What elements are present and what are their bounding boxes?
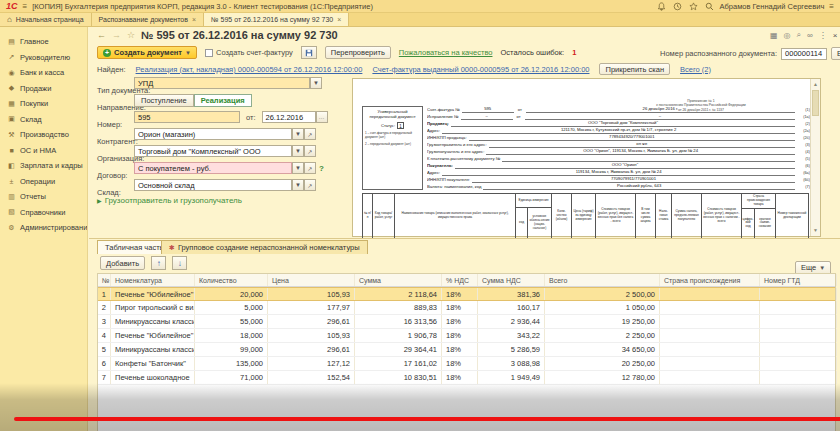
- application-window: 1С ≡ [КОПИЯ] Бухгалтерия предприятия КОР…: [0, 0, 840, 431]
- search-icon[interactable]: [704, 1, 715, 12]
- star-icon[interactable]: ☆: [127, 30, 135, 40]
- sidebar-item-purchases[interactable]: ▦Покупки: [0, 96, 87, 112]
- document-type-input[interactable]: УПД: [134, 77, 310, 89]
- sidebar-item-payroll[interactable]: ◧Зарплата и кадры: [0, 158, 87, 174]
- contract-question-icon[interactable]: ?: [316, 164, 324, 173]
- total-scans-link[interactable]: Всего (2): [680, 65, 711, 74]
- forward-icon[interactable]: →: [112, 30, 121, 40]
- contract-input[interactable]: С покупателем - руб.: [134, 162, 292, 174]
- table-row[interactable]: 7Печенье шоколадное 71,000152,54 10 830,…: [98, 371, 835, 385]
- scan-scrollbar[interactable]: ▲ ▼: [810, 79, 820, 236]
- type-dropdown-icon[interactable]: ▼: [310, 77, 322, 89]
- close-tab-icon[interactable]: ×: [192, 16, 196, 23]
- current-user-name[interactable]: Абрамов Геннадий Сергеевич: [720, 2, 825, 11]
- favorites-star-icon[interactable]: [688, 1, 699, 12]
- find-in-document-icon[interactable]: ⌕: [797, 30, 801, 40]
- sidebar-item-operations[interactable]: ±Операции: [0, 174, 87, 190]
- scrollbar-thumb[interactable]: [812, 90, 819, 116]
- contractor-open-icon[interactable]: ↗: [304, 128, 316, 140]
- contract-open-icon[interactable]: ↗: [304, 162, 316, 174]
- main-menu-icon[interactable]: ≡: [23, 2, 28, 11]
- warehouse-dropdown-icon[interactable]: ▼: [292, 179, 304, 191]
- service-menu-icon[interactable]: ≡: [829, 2, 834, 11]
- number-field: 595 от: 26.12.2016 …: [134, 111, 328, 123]
- close-form-icon[interactable]: ×: [833, 31, 838, 40]
- upd-form-title: Универсальный передаточный документ: [365, 109, 420, 119]
- contractor-input[interactable]: Орион (магазин): [134, 128, 292, 140]
- tab-home[interactable]: ⌂ Начальная страница: [0, 13, 92, 26]
- save-button[interactable]: [301, 46, 317, 59]
- scroll-up-icon[interactable]: ▲: [811, 80, 820, 89]
- reports-section-icon: ▥: [7, 193, 16, 201]
- sidebar-item-bank[interactable]: ◉Банк и касса: [0, 65, 87, 81]
- contract-field: С покупателем - руб. ▼ ↗ ?: [134, 162, 324, 174]
- tab-document[interactable]: № 595 от 26.12.2016 на сумму 92 730 ×: [204, 13, 349, 26]
- complain-quality-link[interactable]: Пожаловаться на качество: [399, 48, 493, 57]
- recheck-button[interactable]: Перепроверить: [325, 46, 391, 59]
- move-up-button[interactable]: ↑: [151, 256, 166, 270]
- table-row[interactable]: 1Печенье "Юбилейное" 20,000105,93 2 118,…: [98, 287, 835, 301]
- document-date-input[interactable]: 26.12.2016: [262, 111, 316, 123]
- sale-document-link[interactable]: Реализация (акт, накладная) 0000-000594 …: [136, 65, 363, 74]
- organization-input[interactable]: Торговый дом "Комплексный" ООО: [134, 145, 292, 157]
- sidebar-item-references[interactable]: ▧Справочники: [0, 205, 87, 221]
- consignor-expander[interactable]: ▶ Грузоотправитель и грузополучатель: [97, 196, 242, 205]
- contractor-dropdown-icon[interactable]: ▼: [292, 128, 304, 140]
- video-progress-bar[interactable]: [14, 417, 840, 421]
- warehouse-section-icon: ▣: [7, 115, 16, 123]
- recognized-number-input[interactable]: 000000114: [781, 48, 827, 60]
- document-number-input[interactable]: 595: [134, 111, 240, 123]
- scroll-down-icon[interactable]: ▼: [811, 226, 820, 235]
- more-actions-icon[interactable]: ⋮: [819, 31, 827, 40]
- table-row[interactable]: 6Конфеты "Батончик" 135,000127,12 17 161…: [98, 357, 835, 371]
- move-down-button[interactable]: ↓: [172, 256, 187, 270]
- sidebar-item-fixed-assets[interactable]: ■ОС и НМА: [0, 143, 87, 159]
- table-row[interactable]: 4Печенье "Юбилейное" 18,000105,93 1 906,…: [98, 329, 835, 343]
- table-row[interactable]: 3Миникруассаны класси... 55,000296,61 16…: [98, 315, 835, 329]
- tool-icon: ✱: [169, 244, 175, 252]
- reports-panel-icon[interactable]: ▦: [770, 31, 778, 40]
- sidebar-item-main[interactable]: ▤Главное: [0, 34, 87, 50]
- create-document-button[interactable]: + Создать документ ▼: [97, 46, 197, 59]
- sidebar-item-reports[interactable]: ▥Отчеты: [0, 189, 87, 205]
- upd-table-header: № п/п Код товара/ работ, услуг Наименова…: [362, 193, 809, 239]
- checkbox-icon[interactable]: [205, 49, 213, 57]
- plus-icon: +: [103, 49, 111, 57]
- sidebar-item-production[interactable]: ⚒Производство: [0, 127, 87, 143]
- table-row[interactable]: 5Миникруассаны класси... 99,000296,61 29…: [98, 343, 835, 357]
- sidebar-item-sales[interactable]: ◆Продажи: [0, 81, 87, 97]
- notifications-bell-icon[interactable]: [656, 1, 667, 12]
- upd-status-note-2: 2 – передаточный документ (акт): [365, 143, 420, 147]
- upd-status-value: 1: [397, 122, 404, 129]
- table-row[interactable]: 2Пирог тирольский с ви... 5,000177,97 88…: [98, 301, 835, 315]
- purchases-section-icon: ▦: [7, 100, 16, 108]
- expand-arrow-icon: ▶: [97, 197, 102, 204]
- page-title: № 595 от 26.12.2016 на сумму 92 730: [141, 29, 338, 41]
- tab-group-create-nomenclature[interactable]: ✱ Групповое создание нераспознанной номе…: [161, 240, 368, 254]
- tab-home-label: Начальная страница: [16, 16, 84, 23]
- create-invoice-checkbox[interactable]: Создать счет-фактуру: [205, 48, 293, 57]
- contract-dropdown-icon[interactable]: ▼: [292, 162, 304, 174]
- get-link-icon[interactable]: ∞: [807, 31, 813, 40]
- warehouse-open-icon[interactable]: ↗: [304, 179, 316, 191]
- close-tab-icon[interactable]: ×: [337, 16, 341, 23]
- more-button-top[interactable]: Еще▼: [831, 47, 840, 60]
- sidebar-item-warehouse[interactable]: ▣Склад: [0, 112, 87, 128]
- direction-receipt-button[interactable]: Поступление: [134, 94, 194, 107]
- direction-sale-button[interactable]: Реализация: [194, 94, 252, 107]
- sidebar-item-manager[interactable]: ↗Руководителю: [0, 50, 87, 66]
- invoice-document-link[interactable]: Счет-фактура выданный 0000-0000595 от 26…: [372, 65, 589, 74]
- warehouse-input[interactable]: Основной склад: [134, 179, 292, 191]
- organization-dropdown-icon[interactable]: ▼: [292, 145, 304, 157]
- back-icon[interactable]: ←: [97, 30, 106, 40]
- sidebar-item-administration[interactable]: ⚙Администрирование: [0, 220, 87, 236]
- history-clock-icon[interactable]: [672, 1, 683, 12]
- attach-scan-button[interactable]: Прикрепить скан: [599, 63, 670, 75]
- fixed-assets-section-icon: ■: [7, 147, 16, 154]
- add-row-button[interactable]: Добавить: [100, 256, 145, 270]
- tab-recognition[interactable]: Распознавание документов ×: [92, 13, 205, 26]
- contractor-field: Орион (магазин) ▼ ↗: [134, 128, 316, 140]
- organization-open-icon[interactable]: ↗: [304, 145, 316, 157]
- date-picker-icon[interactable]: …: [316, 111, 328, 123]
- attachments-icon[interactable]: ◎: [784, 31, 791, 40]
